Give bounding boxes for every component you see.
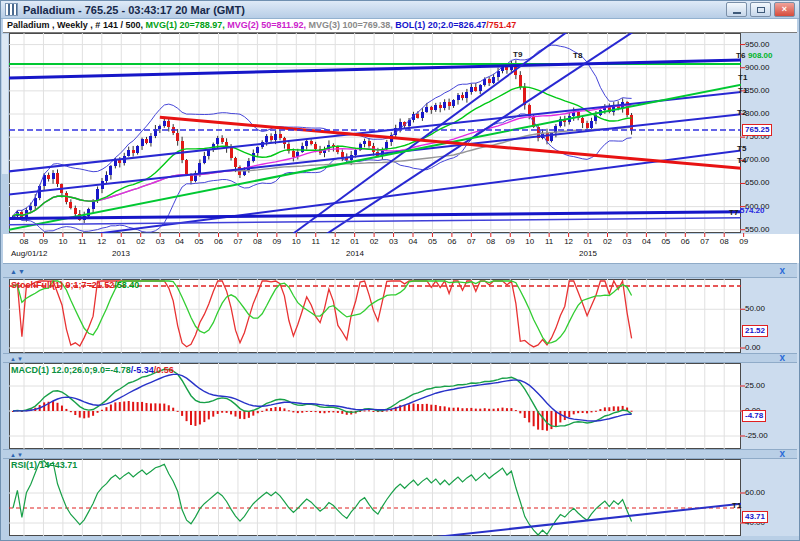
window-title: Palladium - 765.25 - 03:43:17 20 Mar (GM… xyxy=(23,4,726,16)
price-axis-label: 800.00 xyxy=(745,109,769,119)
price-axis-label: 850.00 xyxy=(745,86,769,96)
month-label: 03 xyxy=(622,237,631,247)
month-label: 01 xyxy=(350,237,359,247)
restore-icon xyxy=(757,7,765,13)
restore-button[interactable] xyxy=(750,2,771,17)
month-label: 06 xyxy=(681,237,690,247)
trendline-label: T1 xyxy=(738,73,747,82)
stoch-axis-label: 0.00 xyxy=(745,343,761,353)
year-label: 2013 xyxy=(112,249,130,259)
month-label: 08 xyxy=(486,237,495,247)
month-label: 11 xyxy=(78,237,86,247)
main-plot-layer xyxy=(9,27,757,235)
rsi-axis-label: 60.00 xyxy=(745,488,765,498)
month-label: 09 xyxy=(39,237,48,247)
scroll-arrows-icon[interactable]: ▲▼ xyxy=(10,354,24,365)
month-label: 03 xyxy=(156,237,165,247)
trendline-label: T9 xyxy=(513,50,522,59)
app-icon xyxy=(5,3,18,16)
stoch-axis-label: 50.00 xyxy=(745,304,765,314)
month-label: 02 xyxy=(370,237,379,247)
month-label: 09 xyxy=(739,237,748,247)
year-label: Aug/01/12 xyxy=(11,249,47,259)
year-label: 2015 xyxy=(579,249,597,259)
legend-bollinger-lower: /751.47 xyxy=(486,20,516,30)
month-label: 02 xyxy=(136,237,145,247)
price-axis-label: 650.00 xyxy=(745,178,769,188)
month-label: 12 xyxy=(331,237,340,247)
legend-mvg2: MVG(2) 50=811.92, xyxy=(225,20,306,30)
window-titlebar[interactable]: Palladium - 765.25 - 03:43:17 20 Mar (GM… xyxy=(1,1,799,19)
rsi-label: RSI(1) 14=43.71 xyxy=(11,460,77,470)
price-axis-label: 700.00 xyxy=(745,155,769,165)
month-label: 03 xyxy=(389,237,398,247)
macd-value-badge: -4.78 xyxy=(742,410,766,422)
stoch-k-label: StochFull(1) 9;1;7=21.52 xyxy=(11,280,114,290)
month-label: 04 xyxy=(175,237,184,247)
macd-line-label: MACD(1) 12.0;26.0;9.0=-4.78 xyxy=(11,365,131,375)
legend-mvg3: MVG(3) 100=769.38, xyxy=(306,20,393,30)
month-label: 04 xyxy=(642,237,651,247)
close-panel-icon[interactable]: x xyxy=(779,352,785,364)
month-label: 05 xyxy=(661,237,670,247)
month-label: 02 xyxy=(603,237,612,247)
month-label: 10 xyxy=(292,237,301,247)
trendline-label: T1 xyxy=(732,501,741,510)
price-axis-label: 550.00 xyxy=(745,225,769,235)
trendline-label: T1 xyxy=(738,86,747,95)
trendline-label: T2 xyxy=(737,108,746,117)
trendline-label: T6 xyxy=(736,51,745,60)
stoch-value-badge: 21.52 xyxy=(742,325,768,337)
month-label: 07 xyxy=(700,237,709,247)
panel-splitter-main[interactable]: ▲▼ x xyxy=(3,263,797,278)
price-axis-label: 950.00 xyxy=(745,40,769,50)
macd-plot-layer xyxy=(9,363,744,449)
month-label: 04 xyxy=(409,237,418,247)
rsi-header: RSI(1) 14=43.71 xyxy=(11,460,77,470)
minimize-button[interactable] xyxy=(726,2,747,17)
scroll-arrows-icon[interactable]: ▲▼ xyxy=(10,266,26,277)
month-label: 07 xyxy=(233,237,242,247)
month-label: 10 xyxy=(525,237,534,247)
trendline-label: T4 xyxy=(737,156,746,165)
legend-mvg1: MVG(1) 20=788.97, xyxy=(143,20,225,30)
panel-splitter-macd[interactable]: ▲▼ x xyxy=(3,449,797,459)
month-label: 11 xyxy=(545,237,553,247)
month-label: 11 xyxy=(312,237,320,247)
stoch-plot-layer xyxy=(9,279,744,353)
month-label: 08 xyxy=(20,237,29,247)
macd-header: MACD(1) 12.0;26.0;9.0=-4.78/-5.34/0.56 xyxy=(11,365,174,375)
month-label: 07 xyxy=(467,237,476,247)
trendline-label: T5 xyxy=(737,144,746,153)
chart-window: 950.00900.00850.00800.00750.00700.00650.… xyxy=(0,0,800,541)
month-label: 01 xyxy=(584,237,593,247)
month-label: 12 xyxy=(97,237,106,247)
price-axis-label: 900.00 xyxy=(745,63,769,73)
month-label: 08 xyxy=(253,237,262,247)
close-button[interactable]: × xyxy=(774,2,795,17)
stoch-header: StochFull(1) 9;1;7=21.52/58.40 xyxy=(11,280,139,290)
close-panel-icon[interactable]: x xyxy=(779,265,785,277)
price-axis-label: 600.00 xyxy=(745,202,769,212)
rsi-plot-layer xyxy=(9,459,756,538)
close-panel-icon[interactable]: x xyxy=(779,448,785,460)
month-label: 06 xyxy=(214,237,223,247)
rsi-value-badge: 43.71 xyxy=(742,511,768,523)
month-label: 01 xyxy=(117,237,126,247)
window-controls: × xyxy=(726,2,795,17)
panel-splitter-stoch[interactable]: ▲▼ x xyxy=(3,353,797,363)
month-label: 09 xyxy=(272,237,281,247)
trendline-label: T7 xyxy=(729,208,738,217)
year-label: 2014 xyxy=(346,249,364,259)
chart-legend: Palladium , Weekly , # 141 / 500, MVG(1)… xyxy=(3,19,797,33)
month-label: 06 xyxy=(447,237,456,247)
macd-axis-label: 25.00 xyxy=(745,381,765,391)
month-label: 05 xyxy=(428,237,437,247)
legend-bollinger-upper: BOL(1) 20;2.0=826.47 xyxy=(393,20,486,30)
macd-axis-label: -25.00 xyxy=(745,431,768,441)
trendline-label: T8 xyxy=(573,51,582,60)
macd-signal-label: /-5.34 xyxy=(131,365,154,375)
trendline-label: 574.20 xyxy=(740,206,764,215)
month-label: 12 xyxy=(564,237,573,247)
month-label: 05 xyxy=(195,237,204,247)
